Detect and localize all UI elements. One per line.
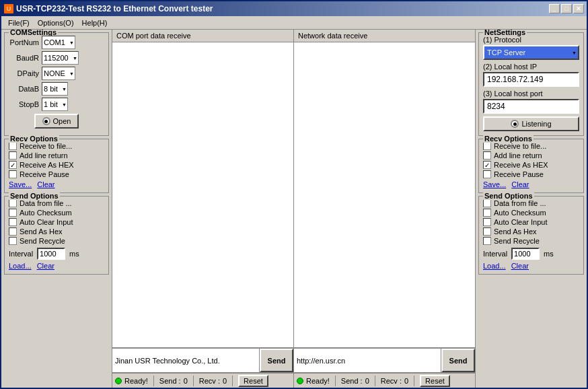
left-recv-clear-link[interactable]: Clear (37, 180, 54, 188)
right-send-checkbox-0[interactable] (483, 199, 491, 207)
dpaity-select[interactable]: NONEODDEVEN (42, 67, 75, 80)
com-settings-group: COMSettings PortNum COM1COM2COM3 BaudR 1… (4, 32, 109, 136)
left-status-led (115, 378, 122, 384)
left-send-value: 0 (184, 377, 188, 385)
portnum-row: PortNum COM1COM2COM3 (9, 36, 104, 49)
right-send-opt-3: Send As Hex (483, 227, 579, 236)
baudr-select-wrapper: 115200960019200 (42, 51, 79, 65)
left-send-checkbox-3[interactable] (9, 227, 17, 236)
close-button[interactable]: ✕ (573, 4, 584, 13)
right-recv-options-group: Recv Options Receive to file... Add line… (478, 139, 584, 193)
right-recv-checkbox-2[interactable] (483, 161, 491, 169)
net-settings-label: NetSettings (483, 30, 527, 36)
right-send-checkbox-2[interactable] (483, 218, 491, 226)
stopb-label: StopB (9, 100, 39, 108)
right-send-opt-2: Auto Clear Input (483, 218, 579, 226)
net-settings-group: NetSettings (1) Protocol TCP Server TCP … (478, 32, 584, 136)
protocol-select-wrapper: TCP Server TCP Client UDP Server UDP Cli… (483, 45, 579, 60)
right-send-options-group: Send Options Data from file ... Auto Che… (478, 196, 584, 275)
network-data-textarea[interactable] (294, 42, 475, 347)
left-recv-opt-2: Receive As HEX (9, 161, 104, 169)
left-recv-save-link[interactable]: Save... (9, 180, 32, 188)
portnum-select[interactable]: COM1COM2COM3 (42, 36, 75, 49)
menu-file[interactable]: File(F) (4, 17, 34, 28)
left-interval-input[interactable] (37, 248, 65, 260)
listening-button[interactable]: Listening (483, 116, 579, 131)
protocol-select[interactable]: TCP Server TCP Client UDP Server UDP Cli… (483, 45, 579, 60)
stopb-select-wrapper: 1 bit2 bit (42, 98, 68, 111)
left-send-link-row: Load... Clear (9, 262, 104, 270)
left-send-checkbox-0[interactable] (9, 199, 17, 207)
network-data-panel: Network data receive (294, 30, 475, 347)
net-send-input[interactable] (294, 349, 441, 372)
right-recv-opt-0: Receive to file... (483, 142, 579, 150)
right-interval-input[interactable] (511, 248, 540, 260)
maximize-button[interactable]: □ (561, 4, 572, 13)
ip-input[interactable] (483, 72, 579, 87)
net-send-row: Send (294, 348, 475, 372)
title-bar-left: U USR-TCP232-Test RS232 to Ethernet Conv… (4, 4, 213, 13)
portnum-label: PortNum (9, 38, 39, 46)
left-send-opt-3: Send As Hex (9, 227, 104, 236)
send-rows: Send Send (112, 347, 475, 372)
right-send-opt-1: Auto Checksum (483, 209, 579, 217)
menu-options[interactable]: Options(O) (34, 17, 78, 28)
left-recv-checkbox-2[interactable] (9, 161, 17, 169)
right-send-checkbox-1[interactable] (483, 209, 491, 217)
right-recv-link-row: Save... Clear (483, 180, 579, 188)
dpaity-row: DPaity NONEODDEVEN (9, 67, 104, 80)
left-send-load-link[interactable]: Load... (9, 262, 32, 270)
title-bar: U USR-TCP232-Test RS232 to Ethernet Conv… (1, 1, 587, 16)
right-recv-checkbox-0[interactable] (483, 142, 491, 150)
com-send-button[interactable]: Send (260, 349, 293, 372)
right-recv-clear-link[interactable]: Clear (511, 180, 529, 188)
net-send-button[interactable]: Send (441, 349, 475, 372)
dpaity-select-wrapper: NONEODDEVEN (42, 67, 75, 80)
datab-label: DataB (9, 85, 39, 93)
right-recv-value: 0 (404, 377, 408, 385)
port-row-label: (3) Local host port (483, 90, 579, 98)
right-recv-save-link[interactable]: Save... (483, 180, 506, 188)
left-send-clear-link[interactable]: Clear (37, 262, 54, 270)
right-send-clear-link[interactable]: Clear (511, 262, 529, 270)
right-recv-checkbox-3[interactable] (483, 170, 491, 178)
open-radio (42, 117, 50, 125)
open-button[interactable]: Open (34, 114, 79, 129)
left-send-checkbox-2[interactable] (9, 218, 17, 226)
minimize-button[interactable]: _ (549, 4, 560, 13)
right-recv-checkbox-1[interactable] (483, 151, 491, 160)
left-recv-label: Recv : (199, 377, 220, 385)
baudr-row: BaudR 115200960019200 (9, 51, 104, 65)
right-send-load-link[interactable]: Load... (483, 262, 506, 270)
listening-radio (511, 120, 519, 128)
port-input[interactable] (483, 99, 579, 114)
left-recv-checkbox-3[interactable] (9, 170, 17, 178)
datab-select[interactable]: 8 bit7 bit (42, 82, 68, 96)
right-reset-button[interactable]: Reset (420, 375, 450, 387)
left-recv-opt-3: Receive Pause (9, 170, 104, 178)
left-send-opt-0: Data from file ... (9, 199, 104, 207)
left-recv-checkbox-1[interactable] (9, 151, 17, 160)
com-send-input[interactable] (112, 349, 260, 372)
main-window: U USR-TCP232-Test RS232 to Ethernet Conv… (0, 0, 588, 389)
right-status-div1 (335, 376, 336, 386)
right-send-label: Send : (341, 377, 363, 385)
right-status-div3 (414, 376, 414, 386)
right-send-checkbox-4[interactable] (483, 237, 491, 245)
left-send-options-label: Send Options (9, 192, 60, 200)
menu-help[interactable]: Help(H) (78, 17, 112, 28)
left-recv-checkbox-0[interactable] (9, 142, 17, 150)
left-reset-button[interactable]: Reset (238, 375, 268, 387)
stopb-select[interactable]: 1 bit2 bit (42, 98, 68, 111)
right-send-checkbox-3[interactable] (483, 227, 491, 236)
left-send-checkbox-1[interactable] (9, 209, 17, 217)
left-send-checkbox-4[interactable] (9, 237, 17, 245)
stopb-row: StopB 1 bit2 bit (9, 98, 104, 111)
right-panel: NetSettings (1) Protocol TCP Server TCP … (476, 30, 587, 388)
right-send-link-row: Load... Clear (483, 262, 579, 270)
left-recv-opt-1: Add line return (9, 151, 104, 160)
baudr-select[interactable]: 115200960019200 (42, 51, 79, 65)
com-data-textarea[interactable] (112, 42, 293, 347)
ip-row-label: (2) Local host IP (483, 63, 579, 71)
right-send-value: 0 (365, 377, 369, 385)
